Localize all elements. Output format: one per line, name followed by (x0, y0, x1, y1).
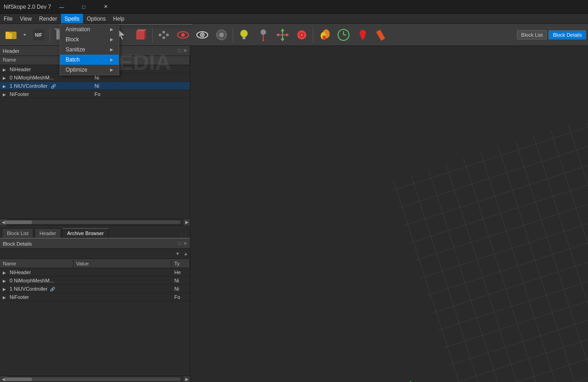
svg-point-19 (162, 36, 165, 39)
menu-batch[interactable]: Batch ▶ (60, 55, 119, 65)
menu-animation[interactable]: Animation ▶ (60, 24, 119, 34)
arrow-icon: ▶ (110, 47, 113, 52)
block-list-hscrollbar[interactable]: ◀ ▶ (0, 219, 190, 225)
maximize-button[interactable]: □ (73, 0, 94, 14)
scrollbar-track (5, 377, 181, 381)
tab-archive-browser[interactable]: Archive Browser (62, 228, 109, 238)
titlebar-controls: — □ ✕ (51, 0, 116, 14)
bd-table-row[interactable]: ▶ NiFooter Fo (0, 293, 190, 301)
menu-block[interactable]: Block ▶ (60, 34, 119, 45)
eye2-button[interactable] (193, 26, 211, 44)
main-content: Header □ ✕ Name Ty ▶ NiHeader He (0, 46, 588, 382)
svg-point-27 (240, 30, 248, 37)
minimize-button[interactable]: — (51, 0, 72, 14)
svg-marker-49 (360, 36, 366, 40)
expand-arrow: ▶ (3, 67, 8, 72)
header-minimize-icon[interactable]: □ (178, 48, 181, 54)
block-details-header: Block Details □ ✕ (0, 239, 190, 249)
toolbar-right: Block List Block Details (517, 30, 586, 39)
bd-col-type: Ty (172, 260, 190, 267)
arrow-icon: ▶ (110, 27, 113, 32)
bd-table-row[interactable]: ▶ 0 NiMorphMeshM... Ni (0, 276, 190, 285)
menu-render[interactable]: Render (35, 14, 61, 23)
block-details-title: Block Details (3, 241, 32, 247)
grid-viewport (190, 46, 588, 382)
pin-button[interactable] (254, 26, 272, 44)
nif-icon-button[interactable]: NIF (29, 26, 48, 44)
bd-scroll-down[interactable]: ▼ (175, 251, 180, 256)
svg-rect-13 (136, 31, 144, 39)
svg-point-30 (261, 29, 266, 35)
svg-rect-28 (243, 37, 245, 39)
svg-point-18 (166, 34, 169, 36)
eye-button[interactable] (174, 26, 192, 44)
left-panel: Header □ ✕ Name Ty ▶ NiHeader He (0, 46, 190, 382)
dots-button[interactable] (155, 26, 173, 44)
scrollbar-thumb[interactable] (5, 220, 32, 224)
bottom-scroll-right[interactable]: ▶ (183, 376, 190, 382)
toolbar-sep-4 (233, 28, 233, 42)
bd-table-row[interactable]: ▶ NiHeader He (0, 268, 190, 276)
menu-sanitize[interactable]: Sanitize ▶ (60, 45, 119, 55)
menu-options[interactable]: Options (83, 14, 109, 23)
block-details-button[interactable]: Block Details (549, 30, 586, 39)
flame-button[interactable] (315, 26, 333, 44)
pencil-button[interactable] (373, 26, 391, 44)
expand-arrow: ▶ (3, 270, 8, 275)
open-button[interactable] (2, 26, 20, 44)
toolbar-sep-5 (313, 28, 313, 42)
cube3d-button[interactable] (132, 26, 150, 44)
menu-spells[interactable]: Spells (61, 14, 83, 23)
bd-scroll-up[interactable]: ▲ (183, 251, 188, 256)
scrollbar-thumb[interactable] (5, 377, 32, 381)
svg-point-32 (262, 39, 264, 41)
svg-point-21 (181, 33, 185, 37)
marker-button[interactable] (354, 26, 372, 44)
tabs-row: Block List Header Archive Browser ⋮⋮ (0, 225, 190, 238)
svg-marker-37 (276, 33, 279, 37)
bd-close-icon[interactable]: ✕ (183, 241, 187, 247)
bulb-button[interactable] (235, 26, 253, 44)
svg-marker-38 (286, 33, 289, 37)
expand-arrow: ▶ (3, 84, 8, 89)
menu-file[interactable]: File (0, 14, 16, 23)
menu-help[interactable]: Help (110, 14, 128, 23)
svg-marker-34 (281, 28, 284, 31)
arrows-button[interactable] (273, 26, 292, 44)
close-button[interactable]: ✕ (95, 0, 116, 14)
tabs-handle: ⋮⋮ (179, 233, 188, 238)
file-dropdown-button[interactable] (21, 26, 28, 44)
table-row-selected[interactable]: ▶ 1 NiUVController 🔗 Ni (0, 82, 190, 90)
menu-view[interactable]: View (16, 14, 35, 23)
scroll-right-arrow[interactable]: ▶ (183, 219, 190, 225)
bd-minimize-icon[interactable]: □ (178, 241, 181, 247)
arrow-icon: ▶ (110, 57, 113, 62)
svg-point-26 (219, 33, 224, 37)
tab-header[interactable]: Header (34, 228, 61, 238)
expand-arrow: ▶ (3, 92, 8, 97)
svg-point-17 (162, 31, 165, 34)
expand-arrow: ▶ (3, 76, 8, 80)
clock-button[interactable] (334, 26, 353, 44)
bd-scroll-controls: ▼ ▲ (0, 249, 190, 259)
svg-rect-1 (6, 33, 12, 39)
svg-text:NIF: NIF (35, 33, 42, 38)
svg-point-41 (301, 34, 303, 36)
svg-rect-51 (190, 46, 588, 382)
circle-dot-button[interactable] (212, 26, 231, 44)
menubar: File View Render Spells Options Help (0, 14, 588, 24)
batch-submenu (119, 24, 193, 25)
block-list-button[interactable]: Block List (517, 30, 547, 39)
svg-rect-2 (6, 32, 9, 34)
bd-table-row[interactable]: ▶ 1 NiUVController 🔗 Ni (0, 285, 190, 293)
gear2-button[interactable] (293, 26, 311, 44)
bottom-hscrollbar[interactable]: ◀ ▶ (0, 376, 190, 382)
tab-block-list[interactable]: Block List (2, 228, 33, 238)
viewport[interactable] (190, 46, 588, 382)
block-list-table: Name Ty ▶ NiHeader He ▶ 0 NiMorphMeshM..… (0, 56, 190, 219)
table-row[interactable]: ▶ NiFooter Fo (0, 90, 190, 98)
svg-point-48 (360, 30, 366, 36)
menu-optimize[interactable]: Optimize ▶ (60, 65, 119, 75)
header-close-icon[interactable]: ✕ (183, 48, 187, 54)
app-title: NifSkope 2.0 Dev 7 (4, 4, 51, 10)
